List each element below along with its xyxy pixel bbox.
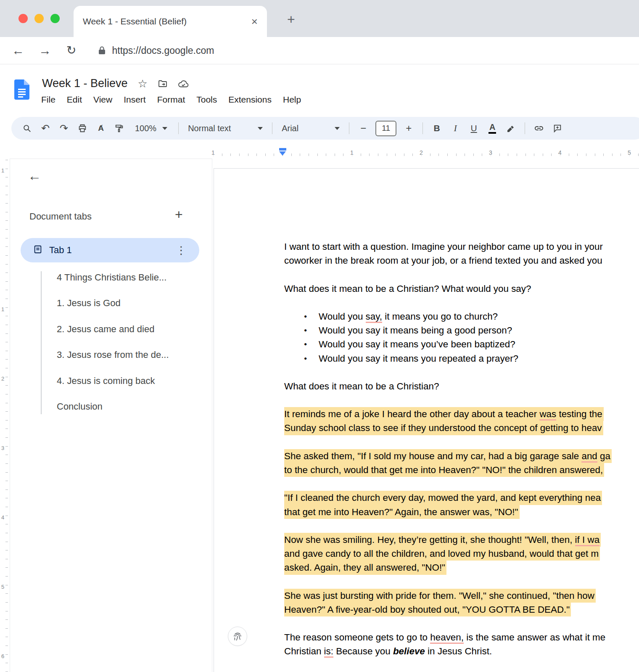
tab-options-icon[interactable]: ⋮ [176,245,187,256]
outline-item[interactable]: 2. Jesus came and died [10,316,212,342]
doc-line[interactable]: Heaven?" A five-year-old boy shouted out… [284,603,612,616]
window-close-button[interactable] [18,14,28,23]
doc-line[interactable]: asked. Again, they all answered, "NO!" [284,561,612,574]
outline-item[interactable]: 4. Jesus is coming back [10,368,212,394]
doc-line[interactable]: It reminds me of a joke I heard the othe… [284,407,612,421]
chevron-down-icon [335,127,340,130]
document-title[interactable]: Week 1 - Believe [42,77,128,90]
first-line-indent-marker[interactable] [279,148,286,151]
doc-line[interactable]: I want to start with a question. Imagine… [284,240,612,254]
menu-edit[interactable]: Edit [67,95,82,105]
menu-file[interactable]: File [41,95,55,105]
paragraph[interactable]: What does it mean to be a Christian? Wha… [284,282,612,296]
docs-header: Week 1 - Believe ☆ FileEditViewInsertFor… [0,64,639,117]
outline-item[interactable]: 1. Jesus is God [10,291,212,317]
add-comment-button[interactable] [551,120,564,137]
paint-format-button[interactable] [113,120,126,137]
bullet-list[interactable]: ●Would you say, it means you go to churc… [284,310,612,365]
highlight-color-button[interactable] [504,120,517,137]
menu-tools[interactable]: Tools [196,95,217,105]
menu-format[interactable]: Format [157,95,185,105]
underline-button[interactable]: U [467,120,480,137]
browser-forward-button[interactable]: → [39,44,51,57]
url-text[interactable]: https://docs.google.com [112,45,214,56]
doc-line[interactable]: coworker in the break room at your job, … [284,254,612,267]
font-select[interactable]: Arial [280,124,341,133]
increase-font-size-button[interactable]: + [402,120,415,137]
paragraph-style-select[interactable]: Normal text [186,124,264,133]
print-button[interactable] [76,120,89,137]
search-menus-button[interactable] [21,120,33,137]
tab-navigator-button[interactable] [228,627,247,646]
chevron-down-icon [162,127,167,130]
doc-line[interactable]: Sunday school class to see if they under… [284,421,612,435]
bullet-icon: ● [304,310,307,323]
outline-item[interactable]: 4 Things Christians Belie... [10,265,212,291]
paragraph[interactable]: It reminds me of a joke I heard the othe… [284,407,612,435]
doc-line[interactable]: She was just bursting with pride for the… [284,589,612,603]
move-folder-icon[interactable] [158,79,168,89]
zoom-select[interactable]: 100% [132,124,171,133]
menu-help[interactable]: Help [283,95,301,105]
doc-line[interactable]: What does it mean to be a Christian? [284,379,612,393]
insert-link-button[interactable] [533,120,545,137]
cloud-saved-icon[interactable] [178,79,189,89]
doc-line[interactable]: ●Would you say it means you repeated a p… [284,352,612,365]
menu-view[interactable]: View [93,95,112,105]
outline-item[interactable]: 3. Jesus rose from the de... [10,342,212,368]
browser-tab[interactable]: Week 1 - Essential (Belief) × [74,6,267,37]
italic-button[interactable]: I [449,120,462,137]
redo-button[interactable]: ↷ [58,120,70,137]
bold-button[interactable]: B [430,120,443,137]
paragraph[interactable]: What does it mean to be a Christian? [284,379,612,393]
add-tab-button[interactable]: + [175,208,183,221]
toolbar-divider [272,122,272,134]
menu-extensions[interactable]: Extensions [228,95,272,105]
doc-line[interactable]: ●Would you say it means you’ve been bapt… [284,337,612,351]
decrease-font-size-button[interactable]: − [357,120,370,137]
browser-reload-button[interactable]: ↻ [66,45,76,56]
text-color-button[interactable]: A [486,120,499,137]
tab-close-icon[interactable]: × [251,16,258,27]
document-text[interactable]: I want to start with a question. Imagine… [284,240,612,672]
doc-line[interactable]: She asked them, "If I sold my house and … [284,449,612,463]
highlighter-icon [506,123,516,133]
doc-line[interactable]: that get me into Heaven?" Again, the ans… [284,505,612,519]
ruler-ticks [5,159,8,672]
document-page[interactable]: I want to start with a question. Imagine… [214,168,639,672]
doc-line[interactable]: ●Would you say, it means you go to churc… [284,310,612,323]
paragraph[interactable]: She asked them, "If I sold my house and … [284,449,612,477]
lock-icon[interactable] [98,46,106,55]
paragraph[interactable]: She was just bursting with pride for the… [284,589,612,616]
browser-back-button[interactable]: ← [12,44,24,57]
doc-line[interactable]: to the church, would that get me into He… [284,463,612,477]
window-zoom-button[interactable] [50,14,60,23]
window-minimize-button[interactable] [34,14,44,23]
vertical-ruler[interactable]: 1123456 [0,159,10,672]
paragraph[interactable]: The reason someone gets to go to heaven,… [284,630,612,658]
doc-line[interactable]: ●Would you say it means being a good per… [284,323,612,337]
doc-line[interactable]: The reason someone gets to go to heaven,… [284,630,612,644]
docs-logo-icon[interactable] [14,79,29,101]
doc-line[interactable]: and gave candy to all the children, and … [284,547,612,561]
menu-insert[interactable]: Insert [124,95,146,105]
doc-line[interactable]: "If I cleaned the church every day, mowe… [284,491,612,505]
doc-line[interactable]: Now she was smiling. Hey, they’re gettin… [284,533,612,547]
toolbar-divider [422,122,423,134]
outline-item[interactable]: Conclusion [10,394,212,420]
paragraph[interactable]: Now she was smiling. Hey, they’re gettin… [284,533,612,575]
sidebar-tab-selected[interactable]: Tab 1 ⋮ [21,238,199,262]
paragraph[interactable]: I want to start with a question. Imagine… [284,240,612,267]
undo-button[interactable]: ↶ [39,120,52,137]
horizontal-ruler[interactable]: 112345 [0,146,639,158]
left-indent-marker[interactable] [279,151,286,156]
spellcheck-button[interactable]: A ✓ [95,120,107,137]
font-size-input[interactable]: 11 [375,121,396,136]
collapse-panel-button[interactable]: ← [28,169,41,183]
doc-line[interactable]: Christian is: Because you believe in Jes… [284,644,612,658]
new-tab-button[interactable]: + [287,12,295,27]
paragraph[interactable]: "If I cleaned the church every day, mowe… [284,491,612,519]
star-icon[interactable]: ☆ [138,78,148,89]
search-icon [22,124,32,133]
doc-line[interactable]: What does it mean to be a Christian? Wha… [284,282,612,296]
